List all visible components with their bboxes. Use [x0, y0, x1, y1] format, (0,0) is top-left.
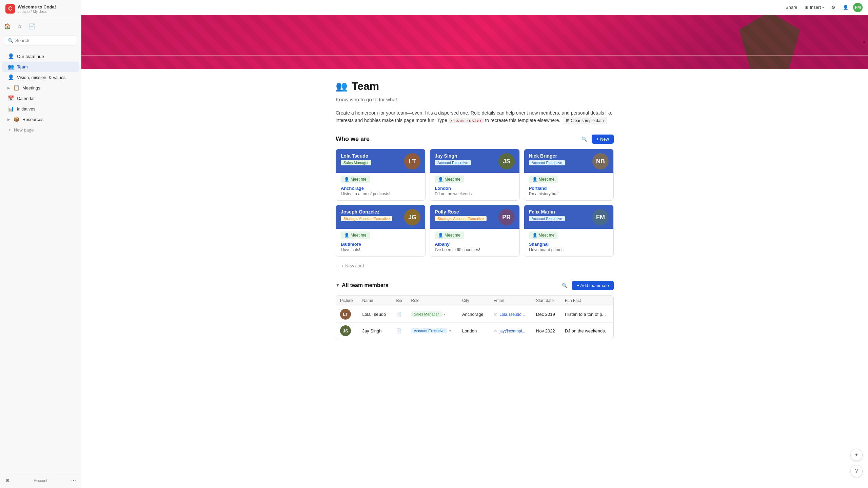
avatar[interactable]: FM [853, 3, 863, 12]
sidebar-item-calendar[interactable]: 📅Calendar [2, 93, 79, 103]
person-icon: 👤 [344, 233, 349, 238]
card-avatar-felix: FM [592, 209, 609, 225]
table-header: PictureNameBioRoleCityEmailStart dateFun… [336, 296, 613, 306]
table-cell-role: Account Executive ▾ [407, 323, 458, 339]
role-dropdown-icon[interactable]: ▾ [449, 329, 451, 333]
team-card-joseph: Joseph Gonzelez Strategic Account Execut… [336, 205, 426, 257]
settings-gear-icon[interactable]: ⚙ [829, 3, 838, 11]
new-card-add-button[interactable]: ＋ + New card [336, 261, 614, 271]
table-cell-email: ✉ jay@exampl... [490, 323, 532, 339]
card-city-joseph[interactable]: Baltimore [341, 242, 420, 247]
search-box[interactable]: 🔍 [4, 36, 77, 45]
breadcrumb: coda.io / My docs [18, 9, 56, 14]
team-card-nick: Nick Bridger Account Executive NB 👤 Meet… [524, 149, 614, 201]
card-role-badge-felix: Account Executive [529, 216, 565, 221]
meet-me-button-jay[interactable]: 👤 Meet me [435, 176, 464, 183]
table-header-start-date: Start date [532, 296, 561, 306]
collapse-icon[interactable]: ▼ [336, 283, 340, 288]
email-link[interactable]: jay@exampl... [499, 329, 525, 333]
sidebar-item-vision[interactable]: 👤Vision, mission, & values [2, 72, 79, 82]
person-icon: 👤 [532, 177, 537, 182]
sidebar-header: C Welcome to Coda! coda.io / My docs [0, 0, 81, 18]
person-icon: 👤 [438, 233, 443, 238]
meet-me-button-nick[interactable]: 👤 Meet me [529, 176, 558, 183]
card-city-polly[interactable]: Albany [435, 242, 514, 247]
person-icon: 👤 [438, 177, 443, 182]
new-page-button[interactable]: ＋ New page [2, 125, 79, 135]
team-members-table: PictureNameBioRoleCityEmailStart dateFun… [336, 296, 613, 339]
share-button[interactable]: Share [783, 3, 800, 11]
more-options-icon[interactable]: ⋯ [69, 476, 78, 485]
sidebar-item-label: Meetings [22, 85, 40, 90]
sidebar-item-label: Vision, mission, & values [17, 75, 66, 80]
card-city-nick[interactable]: Portland [529, 186, 609, 191]
role-dropdown-icon[interactable]: ▾ [443, 312, 445, 316]
card-name-jay: Jay Singh [435, 153, 498, 159]
email-icon: ✉ [494, 328, 497, 333]
meet-me-button-felix[interactable]: 👤 Meet me [529, 231, 558, 239]
who-we-are-search-button[interactable]: 🔍 [579, 134, 590, 144]
email-link[interactable]: Lola.Tseudo... [499, 312, 525, 317]
home-icon[interactable]: 🏠 [2, 21, 13, 32]
card-name-felix: Felix Marlin [529, 209, 592, 215]
card-body-jay: London DJ on the weekends. [430, 184, 519, 200]
table-icon: ⊞ [566, 118, 569, 123]
help-button[interactable]: ? [850, 465, 863, 477]
table-cell-name: Lola Tseudo [358, 306, 392, 323]
table-avatar: JS [340, 325, 351, 336]
team-card-jay: Jay Singh Account Executive JS 👤 Meet me… [430, 149, 519, 201]
collapse-right-icon[interactable]: « [860, 37, 868, 47]
chevron-down-icon: ▾ [822, 5, 824, 9]
card-role-badge-lola: Sales Manager [341, 160, 371, 165]
card-role-badge-joseph: Strategic Account Executive [341, 216, 392, 221]
bio-doc-icon: 📄 [396, 312, 401, 317]
team-cards-grid: Lola Tseudo Sales Manager LT 👤 Meet me A… [336, 149, 614, 257]
share-user-icon[interactable]: 👤 [840, 3, 851, 11]
settings-icon[interactable]: ⚙ [3, 476, 12, 485]
meet-me-button-joseph[interactable]: 👤 Meet me [341, 231, 370, 239]
card-avatar-nick: NB [592, 153, 609, 169]
card-header-jay: Jay Singh Account Executive JS [430, 149, 519, 173]
table-row: JS Jay Singh 📄 Account Executive ▾ Londo… [336, 323, 613, 339]
plus-icon: ＋ [7, 127, 12, 133]
collaborate-icon[interactable]: ✦ [850, 449, 863, 461]
sidebar-footer: ⚙ Account ⋯ [0, 473, 81, 488]
meet-me-button-polly[interactable]: 👤 Meet me [435, 231, 464, 239]
add-teammate-button[interactable]: + Add teammate [572, 281, 614, 290]
card-city-felix[interactable]: Shanghai [529, 242, 609, 247]
card-city-jay[interactable]: London [435, 186, 514, 191]
chevron-right-icon: ▶ [7, 86, 10, 90]
table-header-email: Email [490, 296, 532, 306]
table-cell-fun-fact: DJ on the weekends. [561, 323, 613, 339]
code-snippet: /team roster [449, 118, 484, 123]
card-city-lola[interactable]: Anchorage [341, 186, 420, 191]
sidebar-item-our-team-hub[interactable]: 👤Our team hub [2, 51, 79, 61]
clear-sample-data-button[interactable]: ⊞ Clear sample data [563, 117, 607, 124]
all-team-search-button[interactable]: 🔍 [560, 280, 570, 290]
team-card-lola: Lola Tseudo Sales Manager LT 👤 Meet me A… [336, 149, 426, 201]
card-info-felix: Felix Marlin Account Executive [529, 209, 592, 221]
card-fact-nick: I'm a history buff. [529, 191, 609, 196]
initiatives-icon: 📊 [7, 106, 14, 112]
search-input[interactable] [15, 38, 73, 43]
card-avatar-polly: PR [498, 209, 515, 225]
star-icon[interactable]: ☆ [14, 21, 25, 32]
sidebar-item-initiatives[interactable]: 📊Initiatives [2, 104, 79, 114]
insert-button[interactable]: ⊞ Insert ▾ [802, 3, 827, 11]
table-cell-picture: LT [336, 306, 358, 323]
meet-me-button-lola[interactable]: 👤 Meet me [341, 176, 370, 183]
docs-icon[interactable]: 📄 [26, 21, 37, 32]
hero-line [81, 55, 868, 56]
table-header-city: City [458, 296, 490, 306]
card-header-nick: Nick Bridger Account Executive NB [524, 149, 613, 173]
sidebar-item-team[interactable]: 👥Team [2, 62, 79, 72]
app-title: Welcome to Coda! [18, 4, 56, 9]
table-row: LT Lola Tseudo 📄 Sales Manager ▾ Anchora… [336, 306, 613, 323]
sidebar-item-resources[interactable]: ▶📦Resources [2, 114, 79, 124]
table-role-badge: Account Executive [411, 328, 448, 333]
new-card-button[interactable]: + New [592, 135, 614, 144]
who-we-are-title: Who we are [336, 136, 370, 143]
card-info-lola: Lola Tseudo Sales Manager [341, 153, 404, 165]
table-cell-role: Sales Manager ▾ [407, 306, 458, 323]
sidebar-item-meetings[interactable]: ▶📋Meetings [2, 83, 79, 93]
